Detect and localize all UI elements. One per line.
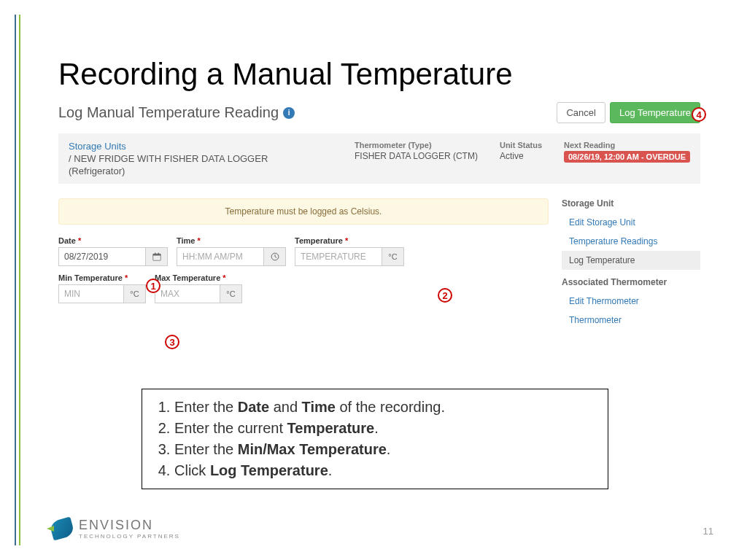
accent-line-2 [19, 15, 20, 545]
min-temp-label: Min Temperature * [58, 273, 146, 282]
breadcrumb-sep: / [69, 153, 71, 164]
temperature-input-group: °C [295, 247, 404, 266]
svg-rect-1 [152, 254, 160, 255]
sidebar-link-edit-thermometer[interactable]: Edit Thermometer [562, 292, 700, 311]
max-temp-unit: °C [220, 284, 242, 303]
info-icon[interactable]: i [283, 107, 295, 119]
sidebar-link-log-temperature[interactable]: Log Temperature [562, 251, 700, 270]
field-row-1: Date * Time * Temper [58, 236, 549, 266]
max-temp-input[interactable] [155, 284, 220, 303]
next-reading-label: Next Reading [564, 141, 690, 149]
slide: Recording a Manual Temperature Log Manua… [0, 0, 747, 560]
accent-line-1 [15, 15, 16, 545]
required-star: * [78, 236, 81, 245]
step-2: Enter the current Temperature. [174, 418, 596, 439]
callout-1: 1 [146, 279, 160, 293]
time-input[interactable] [177, 247, 264, 266]
step-4: Click Log Temperature. [174, 460, 596, 481]
date-label: Date * [58, 236, 168, 245]
step-3-a: Enter the [174, 441, 238, 457]
thermometer-value: FISHER DATA LOGGER (CTM) [355, 151, 478, 161]
celsius-alert: Temperature must be logged as Celsius. [58, 198, 549, 225]
callout-2: 2 [438, 288, 452, 303]
time-field: Time * [177, 236, 286, 266]
step-3-c: . [387, 441, 391, 457]
step-1: Enter the Date and Time of the recording… [174, 397, 596, 418]
step-1-e: of the recording. [336, 399, 445, 415]
step-2-c: . [374, 420, 379, 436]
clock-icon[interactable] [264, 247, 286, 266]
sidebar-link-thermometer[interactable]: Thermometer [562, 311, 700, 330]
step-3: Enter the Min/Max Temperature. [174, 439, 596, 460]
unit-status-label: Unit Status [500, 141, 542, 149]
sidebar-link-temperature-readings[interactable]: Temperature Readings [562, 232, 700, 251]
breadcrumb-unit: / NEW FRIDGE WITH FISHER DATA LOGGER [69, 153, 333, 164]
app-header: Log Manual Temperature Reading i Cancel … [58, 102, 700, 129]
cancel-button[interactable]: Cancel [557, 102, 605, 123]
time-label: Time * [177, 236, 286, 245]
form-main: Temperature must be logged as Celsius. D… [58, 198, 549, 330]
sidebar-link-edit-storage-unit[interactable]: Edit Storage Unit [562, 213, 700, 232]
right-sidebar: Storage Unit Edit Storage Unit Temperatu… [562, 198, 700, 330]
required-star: * [222, 273, 225, 282]
steps-box: Enter the Date and Time of the recording… [142, 389, 608, 489]
logo-name: ENVISION [79, 518, 180, 533]
app-screenshot: Log Manual Temperature Reading i Cancel … [58, 102, 700, 330]
app-header-actions: Cancel Log Temperature [557, 102, 700, 123]
calendar-icon[interactable] [146, 247, 168, 266]
step-2-b: Temperature [287, 420, 375, 436]
field-row-2: Min Temperature * °C Max Temperature * °… [58, 273, 549, 303]
temperature-label-text: Temperature [295, 236, 343, 245]
unit-status-col: Unit Status Active [500, 141, 542, 176]
temperature-unit: °C [382, 247, 404, 266]
temperature-input[interactable] [295, 247, 382, 266]
temperature-field: Temperature * °C [295, 236, 404, 266]
breadcrumb-unit-type: (Refrigerator) [69, 166, 333, 176]
step-2-a: Enter the current [174, 420, 287, 436]
svg-rect-2 [155, 253, 156, 254]
overdue-badge: 08/26/19, 12:00 AM - OVERDUE [564, 151, 690, 163]
temperature-label: Temperature * [295, 236, 404, 245]
step-4-c: . [328, 462, 333, 478]
step-4-a: Click [174, 462, 210, 478]
required-star: * [345, 236, 348, 245]
callout-3: 3 [165, 335, 179, 349]
min-temp-input-group: °C [58, 284, 146, 303]
date-input-group [58, 247, 168, 266]
max-temp-label-text: Max Temperature [155, 273, 220, 282]
log-temperature-button[interactable]: Log Temperature [610, 102, 700, 123]
logo-mark [51, 519, 73, 538]
step-4-b: Log Temperature [210, 462, 328, 478]
required-star: * [125, 273, 128, 282]
slide-accent-lines [15, 15, 22, 545]
max-temp-field: Max Temperature * °C [155, 273, 242, 303]
info-bar: Storage Units / NEW FRIDGE WITH FISHER D… [58, 133, 700, 184]
breadcrumb-root-link[interactable]: Storage Units [69, 141, 333, 152]
logo-text: ENVISION TECHNOLOGY PARTNERS [79, 518, 180, 540]
callout-4: 4 [692, 107, 706, 122]
min-temp-label-text: Min Temperature [58, 273, 123, 282]
time-label-text: Time [177, 236, 195, 245]
step-3-b: Min/Max Temperature [238, 441, 387, 457]
thermometer-col: Thermometer (Type) FISHER DATA LOGGER (C… [355, 141, 478, 176]
step-1-b: Date [238, 399, 269, 415]
unit-status-value: Active [500, 151, 542, 161]
app-heading-text: Log Manual Temperature Reading [58, 104, 279, 121]
next-reading-col: Next Reading 08/26/19, 12:00 AM - OVERDU… [564, 141, 690, 176]
sidebar-heading-associated-thermometer: Associated Thermometer [562, 277, 700, 287]
date-label-text: Date [58, 236, 76, 245]
breadcrumb: Storage Units / NEW FRIDGE WITH FISHER D… [69, 141, 333, 176]
date-field: Date * [58, 236, 168, 266]
min-temp-input[interactable] [58, 284, 124, 303]
max-temp-label: Max Temperature * [155, 273, 242, 282]
thermometer-label: Thermometer (Type) [355, 141, 478, 149]
step-1-d: Time [302, 399, 336, 415]
app-heading: Log Manual Temperature Reading i [58, 104, 295, 121]
step-1-c: and [269, 399, 301, 415]
page-number: 11 [703, 526, 713, 537]
logo-triangle-icon [47, 526, 54, 532]
max-temp-input-group: °C [155, 284, 242, 303]
slide-title: Recording a Manual Temperature [58, 57, 513, 92]
date-input[interactable] [58, 247, 146, 266]
footer-logo: ENVISION TECHNOLOGY PARTNERS [51, 518, 180, 540]
